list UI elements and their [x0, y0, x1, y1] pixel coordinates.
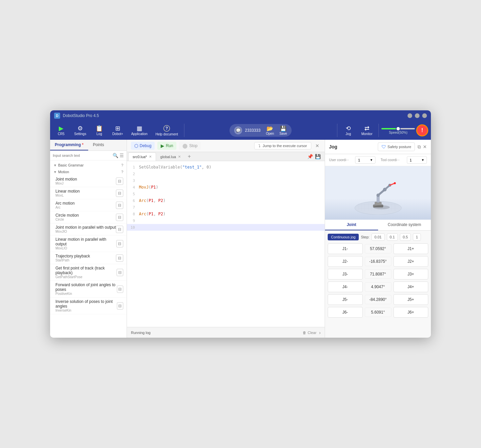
toolbar-item-help[interactable]: ? Help document: [152, 124, 181, 137]
maximize-button[interactable]: [415, 113, 420, 118]
j1-minus-button[interactable]: J1-: [328, 243, 363, 254]
toolbar-item-log[interactable]: 📋 Log: [91, 124, 108, 137]
toolbar-item-dobot-plus[interactable]: ⊞ Dobot+: [109, 124, 127, 137]
code-line-7: 7: [127, 204, 325, 211]
item-invkin-add[interactable]: ⊟: [117, 302, 123, 310]
list-item[interactable]: Arc motion Arc ⊟: [50, 199, 127, 211]
j1-plus-button[interactable]: J1+: [393, 243, 429, 254]
toolbar-item-jog[interactable]: ⟲ Jog: [340, 124, 357, 137]
jog-expand-button[interactable]: ⧉: [418, 144, 421, 150]
list-item[interactable]: Trajectory playback StartPath ⊟: [50, 252, 127, 264]
code-editor[interactable]: 1 SetGlobalVariable("test_1", 0) 2 3 4 M…: [127, 161, 325, 327]
jog-header: Jog 🛡 Safety posture ⧉ ✕: [325, 140, 431, 154]
save-tab-button[interactable]: 💾: [315, 154, 321, 159]
jump-label: Jump to the execute cursor: [263, 144, 307, 148]
item-circle-motion-add[interactable]: ⊟: [116, 214, 123, 221]
jump-close-button[interactable]: ✕: [314, 143, 321, 148]
user-coord-select[interactable]: 1 ▾: [355, 156, 375, 164]
emergency-stop-button[interactable]: !: [416, 124, 428, 136]
step-1-button[interactable]: 1: [413, 233, 421, 241]
j5-minus-button[interactable]: J5-: [328, 294, 363, 305]
item-invkin-sub: InverseKin: [55, 309, 117, 312]
item-invkin-name: Inverse solution of poses to joint angle…: [55, 299, 117, 309]
tab-src0-close[interactable]: ✕: [149, 155, 152, 158]
j3-minus-label: J3-: [342, 272, 348, 276]
basic-grammar-help[interactable]: ?: [121, 163, 123, 167]
list-item[interactable]: Forward solution of joint angles to pose…: [50, 281, 127, 298]
toolbar-item-cr5[interactable]: ▶ CR5: [53, 124, 69, 137]
step-0.01-button[interactable]: 0.01: [371, 233, 384, 241]
speed-control: Speed(50%): [381, 127, 415, 134]
j6-minus-button[interactable]: J6-: [328, 307, 363, 318]
tab-src0[interactable]: src0.lua* ✕: [128, 152, 156, 161]
toolbar-sep-3: [378, 124, 379, 137]
section-motion[interactable]: ▼ Motion ?: [50, 169, 127, 175]
tab-global-close[interactable]: ✕: [178, 155, 181, 158]
item-movjio-add[interactable]: ⊟: [116, 226, 123, 233]
save-icon: 💾: [280, 125, 287, 132]
tab-points[interactable]: Points: [88, 140, 109, 150]
item-arc-motion-add[interactable]: ⊟: [116, 202, 123, 209]
close-window-button[interactable]: [422, 113, 427, 118]
code-line-6: 6 Arc(P1, P2): [127, 197, 325, 204]
j4-minus-button[interactable]: J4-: [328, 282, 363, 292]
tab-programming[interactable]: Programming *: [50, 140, 88, 150]
toolbar-item-monitor[interactable]: ⇄ Monitor: [358, 124, 376, 137]
list-item[interactable]: Circle motion Circle ⊟: [50, 211, 127, 223]
minimize-button[interactable]: [408, 113, 412, 118]
step-0.01-label: 0.01: [374, 235, 381, 239]
coordinate-tab[interactable]: Coordinate system: [378, 220, 431, 230]
toolbar-item-settings[interactable]: ⚙ Settings: [71, 124, 90, 137]
points-tab-label: Points: [93, 142, 104, 147]
motion-help[interactable]: ?: [121, 170, 123, 174]
clear-log-button[interactable]: 🗑 Clear: [303, 331, 316, 335]
editor-panel: ⬡ Debug ▶ Run ⬤ Stop ⤵ Jump to the execu…: [127, 140, 325, 338]
expand-log-button[interactable]: ›: [319, 330, 321, 335]
item-poskin-add[interactable]: ⊟: [117, 286, 123, 293]
item-joint-motion-add[interactable]: ⊟: [116, 178, 123, 185]
j2-plus-button[interactable]: J2+: [393, 256, 429, 267]
run-button[interactable]: ▶ Run: [157, 142, 176, 150]
step-0.1-button[interactable]: 0.1: [387, 233, 398, 241]
j2-minus-button[interactable]: J2-: [328, 256, 363, 267]
list-view-button[interactable]: ☰: [120, 153, 124, 158]
list-item[interactable]: Linear motion in parallel with output Mo…: [50, 235, 127, 252]
tab-global[interactable]: global.lua ✕: [156, 152, 185, 161]
j3-minus-button[interactable]: J3-: [328, 269, 363, 279]
jump-to-cursor-button[interactable]: ⤵ Jump to the execute cursor: [254, 142, 311, 149]
section-basic-grammar[interactable]: ▼ Basic Grammar ?: [50, 162, 127, 169]
item-traj-add[interactable]: ⊟: [116, 254, 123, 262]
add-tab-button[interactable]: +: [185, 152, 193, 161]
toolbar-item-application[interactable]: ▦ Application: [128, 124, 151, 137]
tool-coord-select[interactable]: 1 ▾: [407, 156, 427, 164]
list-item[interactable]: Joint motion in parallel with output Mov…: [50, 223, 127, 235]
item-linear-motion-add[interactable]: ⊟: [116, 190, 123, 197]
continuous-jog-label: Continuous jog: [331, 235, 355, 239]
list-item[interactable]: Joint motion MovJ ⊟: [50, 175, 127, 187]
list-item[interactable]: Get first point of track (track playback…: [50, 264, 127, 281]
stop-icon: ⬤: [182, 143, 188, 148]
jog-close-button[interactable]: ✕: [423, 144, 427, 150]
debug-button[interactable]: ⬡ Debug: [131, 142, 155, 150]
pin-tab-button[interactable]: 📌: [307, 154, 313, 159]
search-input[interactable]: [53, 153, 111, 157]
tab-src0-label: src0.lua*: [133, 155, 147, 159]
j3-plus-button[interactable]: J3+: [393, 269, 429, 279]
j6-plus-button[interactable]: J6+: [393, 307, 429, 318]
item-movlio-add[interactable]: ⊟: [116, 240, 123, 247]
search-button[interactable]: 🔍: [113, 153, 118, 158]
continuous-jog-button[interactable]: Continuous jog: [328, 234, 359, 240]
j4-plus-button[interactable]: J4+: [393, 282, 429, 292]
open-button[interactable]: 📂 Open: [263, 125, 277, 135]
joint-tab[interactable]: Joint: [325, 220, 378, 230]
list-item[interactable]: Linear motion MovL ⊟: [50, 187, 127, 199]
stop-button[interactable]: ⬤ Stop: [179, 142, 201, 150]
item-getpath-add[interactable]: ⊟: [117, 269, 123, 276]
step-0.5-button[interactable]: 0.5: [400, 233, 411, 241]
j5-plus-button[interactable]: J5+: [393, 294, 429, 305]
safety-posture-button[interactable]: 🛡 Safety posture: [378, 142, 415, 151]
list-item[interactable]: Inverse solution of poses to joint angle…: [50, 298, 127, 314]
save-button[interactable]: 💾 Save: [279, 125, 287, 135]
speed-slider[interactable]: [381, 128, 415, 129]
user-coord-value: 1: [358, 158, 360, 162]
